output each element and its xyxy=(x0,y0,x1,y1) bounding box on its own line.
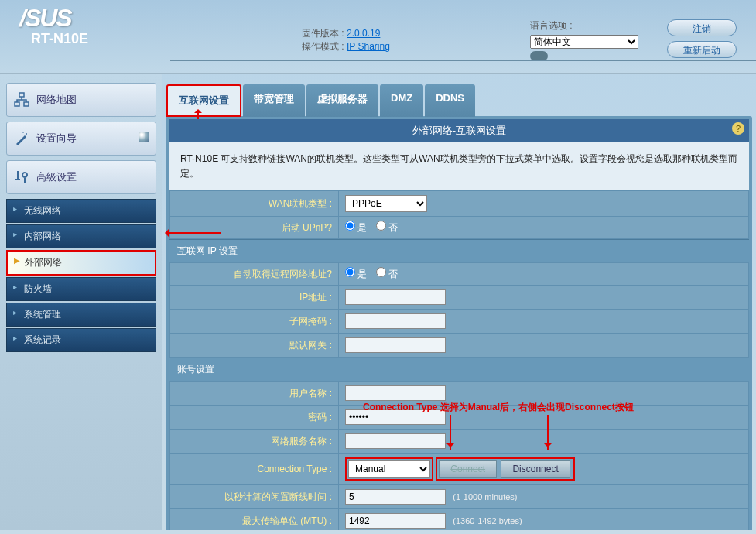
logo-block: /SUS RT-N10E xyxy=(19,4,159,47)
pwd-label: 密码 : xyxy=(170,406,339,430)
disconnect-button[interactable]: Disconnect xyxy=(501,460,570,478)
svc-label: 网络服务名称 : xyxy=(170,430,339,454)
logout-button[interactable]: 注销 xyxy=(667,19,737,36)
nav-firewall[interactable]: 防火墙 xyxy=(6,277,156,301)
ip-label: IP地址 : xyxy=(170,286,339,310)
connect-button[interactable]: Connect xyxy=(439,460,497,478)
wan-type-label: WAN联机类型 : xyxy=(170,191,339,217)
autoip-yes[interactable]: 是 xyxy=(345,269,367,279)
tab-qos[interactable]: 带宽管理 xyxy=(243,84,305,117)
sidebar-advanced[interactable]: 高级设置 xyxy=(6,160,156,194)
model-name: RT-N10E xyxy=(31,31,159,47)
section-ip-header: 互联网 IP 设置 xyxy=(169,239,749,262)
gw-input[interactable] xyxy=(345,337,446,353)
mode-link[interactable]: IP Sharing xyxy=(347,41,390,52)
sidebar-setup-wizard[interactable]: 设置向导 xyxy=(6,122,156,156)
help-icon[interactable]: ? xyxy=(732,122,744,135)
tabs: 互联网设置 带宽管理 虚拟服务器 DMZ DDNS xyxy=(166,84,752,117)
idle-label: 以秒计算的闲置断线时间 : xyxy=(170,485,339,509)
user-input[interactable] xyxy=(345,385,446,401)
tools-icon xyxy=(13,169,30,186)
upnp-yes[interactable]: 是 xyxy=(345,222,367,233)
panel: 外部网络-互联网设置 ? RT-N10E 可支持数种链接WAN的联机类型。这些类… xyxy=(166,116,752,530)
mask-input[interactable] xyxy=(345,313,446,329)
mtu-hint: (1360-1492 bytes) xyxy=(453,516,522,525)
mtu-label: 最大传输单位 (MTU) : xyxy=(170,509,339,530)
sidebar: 网络地图 设置向导 高级设置 无线网络 内部网络 外部网络 防火墙 系统管理 系… xyxy=(0,74,162,530)
panel-description: RT-N10E 可支持数种链接WAN的联机类型。这些类型可从WAN联机类型旁的下… xyxy=(169,142,749,190)
language-select[interactable]: 简体中文 xyxy=(530,35,638,49)
idle-input[interactable] xyxy=(345,489,446,505)
wan-basic-table: WAN联机类型 : PPPoE 启动 UPnP? 是 否 xyxy=(169,190,749,239)
ip-input[interactable] xyxy=(345,289,446,305)
nav-lan[interactable]: 内部网络 xyxy=(6,224,156,248)
upnp-no[interactable]: 否 xyxy=(376,222,398,233)
svg-rect-1 xyxy=(15,102,19,106)
top-buttons: 注销 重新启动 xyxy=(667,19,737,63)
svg-point-4 xyxy=(22,132,24,133)
svg-rect-0 xyxy=(19,93,24,97)
auto-ip-label: 自动取得远程网络地址? xyxy=(170,263,339,286)
reboot-button[interactable]: 重新启动 xyxy=(667,41,737,58)
ip-table: 自动取得远程网络地址? 是 否 IP地址 : 子网掩码 : 默认网关 : xyxy=(169,262,749,358)
conn-type-select[interactable]: Manual xyxy=(348,460,430,478)
header: /SUS RT-N10E 固件版本 : 2.0.0.19 操作模式 : IP S… xyxy=(0,0,756,74)
wizard-icon xyxy=(13,130,30,147)
conn-type-label: Connection Type : xyxy=(170,454,339,485)
autoip-no[interactable]: 否 xyxy=(376,269,398,279)
language-label: 语言选项 : xyxy=(530,20,573,31)
tab-vserver[interactable]: 虚拟服务器 xyxy=(306,84,378,117)
svc-input[interactable] xyxy=(345,433,446,449)
brand-logo: /SUS xyxy=(19,4,159,33)
sidebar-item-label: 网络地图 xyxy=(36,93,77,107)
nav-wireless[interactable]: 无线网络 xyxy=(6,199,156,223)
section-acct-header: 账号设置 xyxy=(169,358,749,381)
annotation-text: Connection Type 选择为Manual后，右侧会出现Disconne… xyxy=(363,401,634,414)
firmware-label: 固件版本 : xyxy=(302,28,344,39)
sidebar-network-map[interactable]: 网络地图 xyxy=(6,83,156,117)
annotation-arrow-left xyxy=(167,232,221,234)
idle-hint: (1-1000 minutes) xyxy=(453,492,517,501)
annotation-arrow-2 xyxy=(547,415,549,450)
firmware-info: 固件版本 : 2.0.0.19 操作模式 : IP Sharing xyxy=(302,27,390,53)
upnp-label: 启动 UPnP? xyxy=(170,217,339,239)
svg-rect-2 xyxy=(24,102,29,106)
tab-internet[interactable]: 互联网设置 xyxy=(166,84,241,117)
svg-point-3 xyxy=(26,133,27,135)
network-map-icon xyxy=(13,91,30,108)
tab-dmz[interactable]: DMZ xyxy=(380,84,423,117)
mode-label: 操作模式 : xyxy=(302,41,344,52)
nav-system[interactable]: 系统管理 xyxy=(6,303,156,327)
nav-group: 无线网络 内部网络 外部网络 防火墙 系统管理 系统记录 xyxy=(6,199,156,352)
language-block: 语言选项 : 简体中文 xyxy=(530,19,638,61)
annotation-arrow-1 xyxy=(450,415,451,450)
gw-label: 默认网关 : xyxy=(170,334,339,358)
header-rule xyxy=(170,60,756,61)
content: 互联网设置 带宽管理 虚拟服务器 DMZ DDNS 外部网络-互联网设置 ? R… xyxy=(162,74,756,530)
mtu-input[interactable] xyxy=(345,513,446,529)
nav-log[interactable]: 系统记录 xyxy=(6,328,156,352)
mask-label: 子网掩码 : xyxy=(170,310,339,334)
sidebar-item-label: 高级设置 xyxy=(36,170,77,184)
panel-title: 外部网络-互联网设置 ? xyxy=(169,119,749,142)
wan-type-select[interactable]: PPPoE xyxy=(345,195,427,212)
user-label: 用户名称 : xyxy=(170,382,339,406)
sidebar-item-label: 设置向导 xyxy=(36,132,77,145)
nav-wan[interactable]: 外部网络 xyxy=(6,250,156,276)
tab-ddns[interactable]: DDNS xyxy=(425,84,475,117)
firmware-version-link[interactable]: 2.0.0.19 xyxy=(347,28,380,39)
